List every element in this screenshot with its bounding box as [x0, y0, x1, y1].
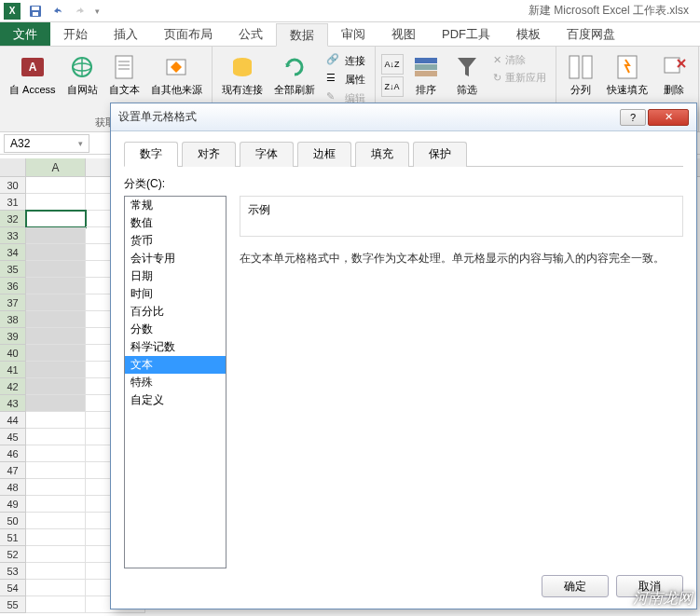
row-header[interactable]: 49: [0, 496, 26, 513]
cell[interactable]: [26, 311, 86, 328]
column-header-a[interactable]: A: [26, 158, 86, 176]
dialog-help-button[interactable]: ?: [620, 109, 646, 126]
tab-page-layout[interactable]: 页面布局: [151, 22, 226, 46]
sort-asc-button[interactable]: A↓Z: [381, 54, 404, 75]
row-header[interactable]: 41: [0, 362, 26, 378]
tab-file[interactable]: 文件: [0, 22, 50, 46]
tab-data[interactable]: 数据: [276, 23, 328, 47]
row-header[interactable]: 46: [0, 445, 26, 462]
tab-pdf[interactable]: PDF工具: [429, 22, 503, 46]
cell[interactable]: [26, 378, 86, 395]
row-header[interactable]: 48: [0, 479, 26, 496]
clear-filter-button[interactable]: ✕清除: [489, 52, 550, 68]
dialog-tab-border[interactable]: 边框: [297, 142, 351, 167]
dialog-titlebar[interactable]: 设置单元格格式 ? ✕: [111, 103, 696, 131]
dialog-tab-font[interactable]: 字体: [240, 142, 294, 167]
select-all-corner[interactable]: [0, 158, 26, 176]
cell[interactable]: [26, 496, 86, 513]
cell[interactable]: [26, 261, 86, 278]
cell[interactable]: [26, 546, 86, 563]
row-header[interactable]: 52: [0, 546, 26, 563]
reapply-button[interactable]: ↻重新应用: [489, 70, 550, 86]
cell[interactable]: [26, 513, 86, 529]
row-header[interactable]: 47: [0, 462, 26, 479]
cell[interactable]: [26, 328, 86, 345]
cell[interactable]: [26, 244, 86, 261]
row-header[interactable]: 40: [0, 345, 26, 362]
name-box[interactable]: A32: [4, 134, 89, 153]
undo-icon[interactable]: [50, 4, 65, 19]
cell[interactable]: [26, 479, 86, 496]
cell[interactable]: [26, 429, 86, 445]
tab-home[interactable]: 开始: [50, 22, 101, 46]
cell[interactable]: [26, 211, 86, 227]
tab-review[interactable]: 审阅: [328, 22, 378, 46]
redo-icon[interactable]: [73, 4, 88, 19]
category-item[interactable]: 特殊: [125, 374, 226, 391]
qat-dropdown-icon[interactable]: ▾: [95, 7, 100, 16]
dialog-tab-number[interactable]: 数字: [124, 142, 178, 167]
row-header[interactable]: 45: [0, 429, 26, 445]
cell[interactable]: [26, 177, 86, 194]
cell[interactable]: [26, 563, 86, 580]
category-item[interactable]: 会计专用: [125, 250, 226, 267]
cell[interactable]: [26, 362, 86, 378]
sort-desc-button[interactable]: Z↓A: [381, 76, 404, 97]
tab-template[interactable]: 模板: [503, 22, 554, 46]
category-item[interactable]: 常规: [125, 197, 226, 214]
cell[interactable]: [26, 395, 86, 412]
row-header[interactable]: 32: [0, 211, 26, 227]
from-access-button[interactable]: A 自 Access: [6, 50, 60, 116]
row-header[interactable]: 54: [0, 580, 26, 596]
dialog-tab-protect[interactable]: 保护: [413, 142, 467, 167]
row-header[interactable]: 51: [0, 529, 26, 546]
from-web-button[interactable]: 自网站: [63, 50, 102, 116]
row-header[interactable]: 31: [0, 194, 26, 211]
properties-button[interactable]: ☰属性: [323, 71, 369, 88]
category-item[interactable]: 数值: [125, 214, 226, 232]
dialog-tab-align[interactable]: 对齐: [182, 142, 236, 167]
dialog-close-button[interactable]: ✕: [648, 109, 689, 126]
category-item[interactable]: 自定义: [125, 391, 226, 409]
category-list[interactable]: 常规数值货币会计专用日期时间百分比分数科学记数文本特殊自定义: [124, 196, 226, 568]
tab-view[interactable]: 视图: [378, 22, 429, 46]
ok-button[interactable]: 确定: [542, 575, 609, 597]
cell[interactable]: [26, 278, 86, 294]
cell[interactable]: [26, 580, 86, 596]
cell[interactable]: [26, 227, 86, 244]
row-header[interactable]: 55: [0, 596, 26, 613]
category-item[interactable]: 分数: [125, 321, 226, 338]
category-item[interactable]: 货币: [125, 232, 226, 250]
cell[interactable]: [26, 345, 86, 362]
row-header[interactable]: 35: [0, 261, 26, 278]
row-header[interactable]: 37: [0, 294, 26, 311]
row-header[interactable]: 33: [0, 227, 26, 244]
row-header[interactable]: 44: [0, 412, 26, 429]
category-item[interactable]: 百分比: [125, 303, 226, 321]
category-item[interactable]: 时间: [125, 285, 226, 303]
row-header[interactable]: 36: [0, 278, 26, 294]
save-icon[interactable]: [28, 4, 43, 19]
cell[interactable]: [26, 294, 86, 311]
category-item[interactable]: 文本: [125, 356, 226, 374]
row-header[interactable]: 34: [0, 244, 26, 261]
connections-button[interactable]: 🔗连接: [323, 52, 369, 69]
cell[interactable]: [26, 529, 86, 546]
row-header[interactable]: 43: [0, 395, 26, 412]
cell[interactable]: [26, 596, 86, 613]
dialog-tab-fill[interactable]: 填充: [355, 142, 409, 167]
row-header[interactable]: 39: [0, 328, 26, 345]
row-header[interactable]: 42: [0, 378, 26, 395]
cell[interactable]: [26, 462, 86, 479]
row-header[interactable]: 38: [0, 311, 26, 328]
category-item[interactable]: 科学记数: [125, 338, 226, 356]
cell[interactable]: [26, 412, 86, 429]
cell[interactable]: [26, 445, 86, 462]
category-item[interactable]: 日期: [125, 267, 226, 285]
row-header[interactable]: 53: [0, 563, 26, 580]
tab-formulas[interactable]: 公式: [226, 22, 276, 46]
row-header[interactable]: 30: [0, 177, 26, 194]
tab-baidu[interactable]: 百度网盘: [554, 22, 628, 46]
row-header[interactable]: 50: [0, 513, 26, 529]
tab-insert[interactable]: 插入: [101, 22, 151, 46]
